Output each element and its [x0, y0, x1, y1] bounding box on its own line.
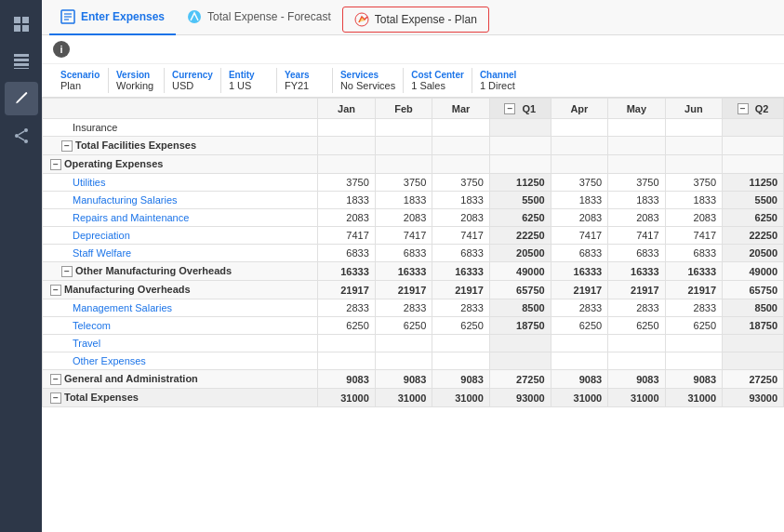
row-value-cell — [608, 137, 665, 155]
row-value-cell — [318, 137, 375, 155]
row-label: Repairs and Maintenance — [43, 209, 318, 227]
col-header-label — [43, 99, 318, 119]
filter-services[interactable]: Services No Services — [333, 68, 404, 93]
row-value-cell — [432, 352, 489, 370]
row-value-cell — [665, 352, 722, 370]
row-value-cell — [723, 119, 784, 137]
q1-collapse-btn[interactable]: − — [504, 103, 515, 114]
row-value-cell: 49000 — [723, 262, 784, 281]
row-value-cell: 1833 — [608, 192, 665, 209]
row-value-cell: 2833 — [375, 299, 432, 317]
row-collapse-btn[interactable]: − — [61, 266, 73, 277]
row-value-cell: 2833 — [608, 299, 665, 317]
filter-version[interactable]: Version Working — [109, 68, 165, 93]
table-icon[interactable] — [5, 45, 38, 78]
row-value-cell — [551, 155, 607, 174]
row-value-cell: 3750 — [318, 174, 375, 192]
row-value-cell — [551, 137, 607, 155]
row-value-cell: 20500 — [489, 245, 551, 262]
row-value-cell: 6250 — [608, 317, 665, 335]
row-value-cell: 8500 — [489, 299, 551, 317]
row-label: Manufacturing Salaries — [43, 192, 318, 209]
row-value-cell: 9083 — [551, 370, 607, 389]
row-value-cell: 65750 — [723, 281, 784, 299]
row-value-cell: 3750 — [608, 174, 665, 192]
row-value-cell — [318, 335, 375, 352]
row-collapse-btn[interactable]: − — [50, 159, 61, 170]
info-bar: i — [42, 35, 784, 64]
col-header-q2: −Q2 — [723, 99, 784, 119]
row-collapse-btn[interactable]: − — [50, 392, 61, 404]
filter-years[interactable]: Years FY21 — [277, 68, 333, 93]
row-value-cell: 2083 — [375, 209, 432, 227]
svg-rect-0 — [14, 17, 20, 23]
row-value-cell — [665, 119, 722, 137]
row-value-cell: 22250 — [489, 227, 551, 245]
table-row: Manufacturing Salaries183318331833550018… — [43, 192, 784, 209]
row-label: −Other Manufacturing Overheads — [43, 262, 318, 281]
svg-rect-6 — [14, 63, 29, 66]
expense-table: Jan Feb Mar −Q1 Apr May Jun −Q2 Insuranc… — [42, 98, 784, 407]
row-value-cell: 49000 — [489, 262, 551, 281]
table-row: −General and Administration9083908390832… — [43, 370, 784, 389]
row-label: Insurance — [43, 119, 318, 137]
row-label: Other Expenses — [43, 352, 318, 370]
row-value-cell — [432, 137, 489, 155]
row-value-cell — [489, 155, 551, 174]
row-value-cell — [608, 352, 665, 370]
info-icon[interactable]: i — [53, 41, 70, 58]
row-value-cell: 6250 — [375, 317, 432, 335]
col-header-feb: Feb — [375, 99, 432, 119]
svg-point-9 — [15, 134, 19, 138]
row-label: −Total Facilities Expenses — [43, 137, 318, 155]
row-value-cell: 7417 — [432, 227, 489, 245]
row-value-cell: 7417 — [608, 227, 665, 245]
share-icon[interactable] — [5, 119, 38, 153]
filter-channel[interactable]: Channel 1 Direct — [472, 68, 528, 93]
row-value-cell: 1833 — [665, 192, 722, 209]
table-row: Insurance — [43, 119, 784, 137]
row-collapse-btn[interactable]: − — [50, 285, 61, 296]
row-value-cell — [375, 335, 432, 352]
row-value-cell: 3750 — [375, 174, 432, 192]
table-row: −Manufacturing Overheads2191721917219176… — [43, 281, 784, 299]
row-value-cell — [551, 335, 607, 352]
row-value-cell: 6833 — [432, 245, 489, 262]
row-value-cell: 22250 — [723, 227, 784, 245]
table-row: −Operating Expenses — [43, 155, 784, 174]
q2-collapse-btn[interactable]: − — [737, 103, 749, 114]
row-value-cell: 16333 — [551, 262, 607, 281]
tab-total-expense-forecast[interactable]: Total Expense - Forecast — [176, 0, 342, 35]
filter-scenario[interactable]: Scenario Plan — [53, 68, 109, 93]
filter-currency[interactable]: Currency USD — [165, 68, 221, 93]
row-value-cell: 18750 — [489, 317, 551, 335]
row-value-cell: 27250 — [723, 370, 784, 389]
row-value-cell: 3750 — [665, 174, 722, 192]
col-header-jan: Jan — [318, 99, 375, 119]
row-value-cell — [608, 155, 665, 174]
row-value-cell: 31000 — [318, 389, 375, 407]
filter-cost-center[interactable]: Cost Center 1 Sales — [404, 68, 472, 93]
row-value-cell: 2083 — [318, 209, 375, 227]
row-value-cell: 20500 — [723, 245, 784, 262]
row-value-cell — [489, 137, 551, 155]
row-value-cell: 9083 — [432, 370, 489, 389]
grid-icon[interactable] — [5, 7, 38, 41]
edit-icon[interactable] — [5, 82, 38, 115]
tab-enter-expenses[interactable]: Enter Expenses — [49, 0, 176, 35]
row-collapse-btn[interactable]: − — [50, 374, 61, 385]
svg-point-10 — [24, 140, 28, 143]
filter-entity[interactable]: Entity 1 US — [221, 68, 277, 93]
row-value-cell: 1833 — [318, 192, 375, 209]
row-value-cell — [489, 119, 551, 137]
row-value-cell: 6833 — [375, 245, 432, 262]
tab-total-expense-plan[interactable]: Total Expense - Plan — [342, 7, 489, 33]
row-label: Depreciation — [43, 227, 318, 245]
row-collapse-btn[interactable]: − — [61, 140, 73, 152]
row-value-cell: 3750 — [432, 174, 489, 192]
col-header-q1: −Q1 — [489, 99, 551, 119]
row-value-cell — [318, 119, 375, 137]
row-value-cell — [665, 155, 722, 174]
col-header-mar: Mar — [432, 99, 489, 119]
row-label: Travel — [43, 335, 318, 352]
